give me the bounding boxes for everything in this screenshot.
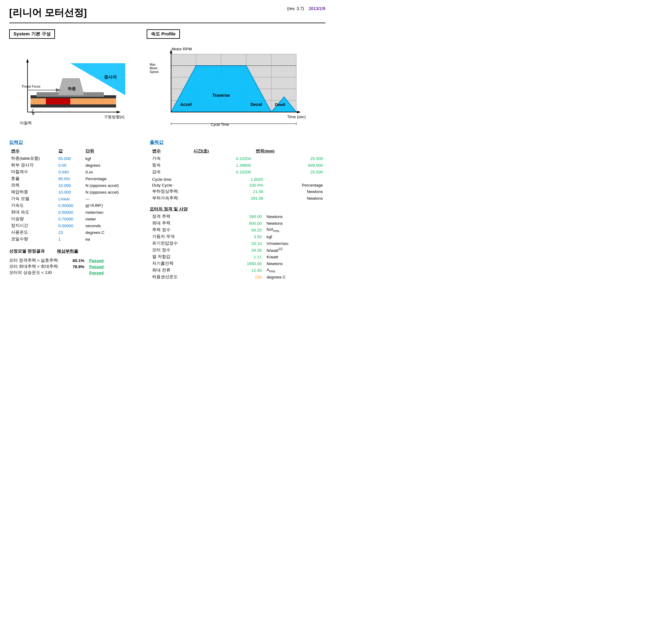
motor-spec-label: 최대 전류	[150, 267, 219, 274]
input-var: 가속도	[9, 202, 57, 209]
motor-spec-val: 34.30	[219, 247, 264, 253]
input-section: 입력값 변수 값 단위 하중(table포함)55.000kgf취부 경사각0.…	[9, 140, 138, 280]
bottom-sections: 입력값 변수 값 단위 하중(table포함)55.000kgf취부 경사각0.…	[9, 140, 325, 280]
motor-spec-unit: Newtons	[264, 260, 325, 267]
motor-spec-row: 정격 추력280.00Newtons	[150, 213, 325, 220]
motor-spec-val: 12.40	[219, 267, 264, 274]
input-table-row: 이송량0.75000meter	[9, 216, 138, 222]
input-table: 변수 값 단위 하중(table포함)55.000kgf취부 경사각0.00de…	[9, 148, 138, 243]
accel-label: Accel	[180, 102, 191, 107]
input-table-row: 하중(table포함)55.000kgf	[9, 155, 138, 162]
motor-spec-unit: N/Arms	[264, 226, 325, 233]
motor-spec-row: 열 저항값1.11K/watt	[150, 253, 325, 260]
output-time: 1.39800	[191, 162, 254, 169]
load-steady-label: 부하정상추력:	[150, 188, 223, 195]
input-section-label: 입력값	[9, 140, 138, 145]
input-col-val: 값	[57, 148, 84, 155]
motor-spec-label: 열 저항값	[150, 253, 219, 260]
motor-spec-val: 60.20	[219, 226, 264, 233]
input-table-row: 효율85.0%Percentage	[9, 175, 138, 182]
page-header: [리니어 모터선정] (rev. 3.7) 2013/1/9	[9, 6, 325, 23]
motor-spec-label: 추력 정수	[150, 226, 219, 233]
load-accel-row: 부하가속추력: 291.06 Newtons	[150, 195, 325, 202]
result-pct: 60.1%	[69, 258, 84, 263]
input-var: 마찰계수	[9, 169, 57, 175]
input-val: 0.75000	[57, 216, 84, 222]
yaxis-label: Motor RPM	[172, 47, 192, 51]
input-unit: meter/sec	[84, 209, 138, 216]
motor-spec-unit: kgf	[264, 233, 325, 240]
svg-marker-13	[32, 112, 35, 115]
motor-spec-unit: N/watt1/2	[264, 247, 325, 253]
svg-rect-7	[46, 98, 70, 104]
motor-spec-unit: Arms	[264, 267, 325, 274]
motor-spec-val: 3.50	[219, 233, 264, 240]
motor-spec-label: 유기전압정수	[150, 240, 219, 247]
input-unit: Percentage	[84, 175, 138, 182]
cycle-time-row: Cycle time 1.6020	[150, 176, 325, 182]
max-speed-label: Max	[150, 63, 156, 66]
cycle-time-label: Cycle Time	[211, 122, 229, 127]
input-val: 0.00	[57, 162, 84, 169]
output-disp: 25.500	[253, 155, 325, 162]
svg-rect-6	[30, 104, 116, 107]
velocity-chart: Accel Traverse Decel Dwell Motor RPM Max…	[147, 45, 305, 130]
input-table-row: 외력10.000N (opposes accel)	[9, 182, 138, 189]
input-val: 10.000	[57, 189, 84, 195]
output-table-row: 감속0.1020025.500	[150, 169, 325, 175]
input-var: 예압하중	[9, 189, 57, 195]
input-val: 1	[57, 236, 84, 243]
motor-spec-val: 1650.00	[219, 260, 264, 267]
duty-cycle-val: 100.0%	[223, 182, 266, 188]
page-title: [리니어 모터선정]	[9, 6, 87, 19]
page-meta: (rev. 3.7) 2013/1/9	[287, 6, 325, 11]
output-var: 등속	[150, 162, 191, 169]
traverse-label: Traverse	[212, 93, 230, 98]
input-unit: degrees C	[84, 229, 138, 236]
motor-spec-row: 자기흡인력1650.00Newtons	[150, 260, 325, 267]
load-steady-val: 21.56	[223, 188, 266, 195]
input-var: 정지시간	[9, 222, 57, 229]
output-time: 0.10200	[191, 169, 254, 175]
drive-dir-label: 구동방향(x)	[104, 115, 124, 119]
motor-spec-val: 600.00	[219, 220, 264, 226]
load-steady-unit: Newtons	[266, 188, 325, 195]
output-disp: 25.500	[253, 169, 325, 175]
input-val: 0.00000	[57, 222, 84, 229]
input-table-row: 가속도0.50000g(=9.8㎨)	[9, 202, 138, 209]
output-time: 0.10204	[191, 155, 254, 162]
input-var: 가속 모델	[9, 195, 57, 202]
dwell-label: Dwell	[275, 102, 285, 107]
system-section-label: System 기본 구성	[9, 29, 55, 39]
result-pass: Passed	[89, 270, 103, 275]
load-steady-row: 부하정상추력: 21.56 Newtons	[150, 188, 325, 195]
output-table: 변수 시간(초) 변위(mm) 가속0.1020425.500등속1.39800…	[150, 148, 325, 175]
input-unit: g(=9.8㎨)	[84, 202, 138, 209]
top-sections: System 기본 구성 구동방향(x) 마찰력	[9, 29, 325, 130]
motor-spec-row: 추력 정수60.20N/Arms	[150, 226, 325, 233]
input-table-row: 예압하중10.000N (opposes accel)	[9, 189, 138, 195]
input-val: Linear	[57, 195, 84, 202]
output-table-row: 가속0.1020425.500	[150, 155, 325, 162]
input-var: 이송량	[9, 216, 57, 222]
motor-spec-label: 정격 추력	[150, 213, 219, 220]
input-table-row: 정지시간0.00000seconds	[9, 222, 138, 229]
motor-spec-row: 유기전압정수20.10V/meter/sec	[150, 240, 325, 247]
angle-label: 경사각	[104, 74, 117, 79]
input-unit: degrees	[84, 162, 138, 169]
motor-spec-unit: K/watt	[264, 253, 325, 260]
input-val: 0.50000	[57, 209, 84, 216]
input-col-unit: 단위	[84, 148, 138, 155]
motor-spec-unit: V/meter/sec	[264, 240, 325, 247]
input-val: 23	[57, 229, 84, 236]
svg-text:Speed: Speed	[150, 70, 158, 74]
motor-spec-label: 허용권선온도	[150, 274, 219, 280]
velocity-section: 속도 Profile	[147, 29, 325, 130]
output-col-time: 시간(초)	[191, 148, 254, 155]
input-unit: meter	[84, 216, 138, 222]
load-accel-unit: Newtons	[266, 195, 325, 202]
motor-spec-row: 가동자 무게3.50kgf	[150, 233, 325, 240]
output-col-disp: 변위(mm)	[253, 148, 325, 155]
input-var: 사용온도	[9, 229, 57, 236]
svg-marker-3	[117, 111, 121, 113]
